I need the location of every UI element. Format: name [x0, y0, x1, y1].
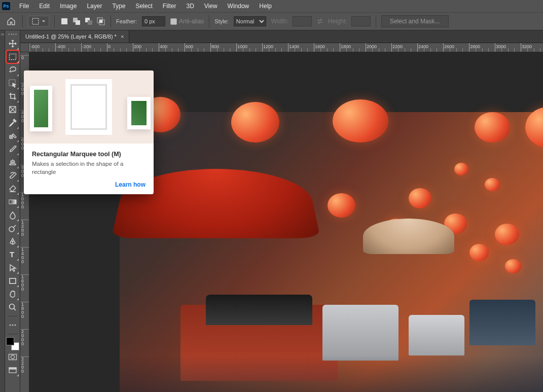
eyedropper-tool[interactable]: [6, 116, 19, 129]
gradient-tool[interactable]: [6, 195, 19, 208]
menu-view[interactable]: View: [199, 3, 223, 10]
svg-rect-25: [9, 368, 16, 369]
eraser-tool[interactable]: [6, 182, 19, 195]
svg-rect-8: [99, 20, 102, 23]
svg-rect-9: [9, 54, 16, 60]
object-selection-tool[interactable]: [6, 77, 19, 90]
adobe-photoshop-icon: Ps: [2, 2, 10, 10]
dock-handle[interactable]: [1, 33, 4, 35]
history-brush-tool[interactable]: [6, 169, 19, 182]
tool-tooltip: Rectangular Marquee tool (M) Makes a sel…: [24, 70, 154, 194]
quick-mask-toggle[interactable]: [6, 350, 19, 364]
svg-point-14: [9, 227, 14, 232]
hand-tool[interactable]: [6, 288, 19, 301]
svg-point-23: [11, 355, 14, 359]
tooltip-preview-image: [24, 70, 154, 144]
svg-point-15: [12, 241, 13, 242]
menu-edit[interactable]: Edit: [34, 3, 55, 10]
close-tab-button[interactable]: ×: [121, 33, 124, 40]
svg-rect-3: [76, 20, 80, 25]
tooltip-learn-how-link[interactable]: Learn how: [32, 181, 146, 188]
marquee-icon: [31, 17, 40, 25]
menu-image[interactable]: Image: [55, 3, 82, 10]
svg-rect-1: [61, 18, 67, 24]
feather-label: Feather:: [116, 18, 137, 24]
document-tab-strip: Untitled-1 @ 25% (Layer 4, RGB/8) * ×: [20, 30, 543, 43]
menu-filter[interactable]: Filter: [158, 3, 182, 10]
width-input: [293, 16, 312, 26]
style-select[interactable]: Normal: [234, 16, 266, 26]
divider: [111, 15, 111, 27]
menu-3d[interactable]: 3D: [181, 3, 199, 10]
tooltip-title: Rectangular Marquee tool (M): [32, 151, 146, 158]
swap-dimensions-icon: [316, 17, 324, 25]
spot-healing-brush-tool[interactable]: [6, 129, 19, 142]
edit-toolbar-button[interactable]: [6, 318, 19, 332]
tools-panel: T: [5, 30, 20, 392]
color-swatches[interactable]: [6, 337, 19, 350]
menu-select[interactable]: Select: [130, 3, 157, 10]
height-input: [351, 16, 371, 26]
select-and-mask-button[interactable]: Select and Mask...: [381, 15, 449, 27]
zoom-tool[interactable]: [6, 301, 19, 314]
home-icon: [7, 17, 16, 26]
svg-text:T: T: [10, 250, 14, 259]
style-label: Style:: [214, 18, 229, 24]
svg-rect-17: [10, 278, 16, 283]
separator: [8, 316, 18, 316]
clone-stamp-tool[interactable]: [6, 156, 19, 169]
subtract-from-selection-button[interactable]: [84, 17, 93, 26]
svg-rect-0: [32, 18, 39, 24]
foreground-color-swatch[interactable]: [6, 337, 14, 345]
divider: [22, 15, 23, 27]
panel-grip-icon[interactable]: [8, 33, 17, 35]
brush-tool[interactable]: [6, 142, 19, 156]
divider: [54, 15, 55, 27]
divider: [209, 15, 209, 27]
crop-tool[interactable]: [6, 90, 19, 103]
blur-tool[interactable]: [6, 208, 19, 222]
divider: [376, 15, 376, 27]
menu-layer[interactable]: Layer: [82, 3, 107, 10]
frame-tool[interactable]: [6, 103, 19, 116]
height-label: Height:: [328, 18, 347, 25]
document-tab[interactable]: Untitled-1 @ 25% (Layer 4, RGB/8) * ×: [20, 30, 129, 43]
horizontal-type-tool[interactable]: T: [6, 248, 19, 261]
ruler-origin-corner[interactable]: [20, 43, 29, 52]
svg-point-21: [14, 325, 16, 326]
rectangle-tool[interactable]: [6, 274, 19, 288]
menu-file[interactable]: File: [14, 3, 34, 10]
svg-rect-13: [9, 200, 16, 204]
menubar: Ps File Edit Image Layer Type Select Fil…: [0, 0, 543, 12]
svg-point-20: [12, 325, 13, 326]
tool-preset-picker[interactable]: [28, 16, 49, 27]
horizontal-ruler[interactable]: -600-400-2000200400600800100012001400160…: [20, 43, 543, 52]
menu-window[interactable]: Window: [223, 3, 255, 10]
width-label: Width:: [271, 18, 288, 25]
tooltip-description: Makes a selection in the shape of a rect…: [32, 160, 146, 176]
svg-point-19: [9, 325, 11, 326]
separator: [8, 334, 18, 334]
left-dock-collapsed[interactable]: [0, 30, 5, 392]
path-selection-tool[interactable]: [6, 261, 19, 274]
menu-help[interactable]: Help: [254, 3, 277, 10]
lasso-tool[interactable]: [6, 63, 19, 77]
new-selection-button[interactable]: [60, 17, 69, 26]
document-tab-title: Untitled-1 @ 25% (Layer 4, RGB/8) *: [25, 33, 117, 40]
home-button[interactable]: [5, 15, 17, 27]
move-tool[interactable]: [6, 37, 19, 50]
add-to-selection-button[interactable]: [72, 17, 81, 26]
intersect-selection-button[interactable]: [96, 17, 105, 26]
pen-tool[interactable]: [6, 235, 19, 248]
options-bar: Feather: Anti-alias Style: Normal Width:…: [0, 12, 543, 30]
menu-type[interactable]: Type: [107, 3, 130, 10]
rectangular-marquee-tool[interactable]: [6, 50, 19, 63]
chevron-down-icon: [42, 19, 46, 23]
antialias-checkbox: Anti-alias: [170, 18, 204, 25]
screen-mode-button[interactable]: [6, 364, 19, 377]
dodge-tool[interactable]: [6, 222, 19, 235]
svg-rect-5: [88, 20, 92, 25]
feather-input[interactable]: [142, 16, 165, 26]
canvas-image-content: [120, 112, 543, 392]
